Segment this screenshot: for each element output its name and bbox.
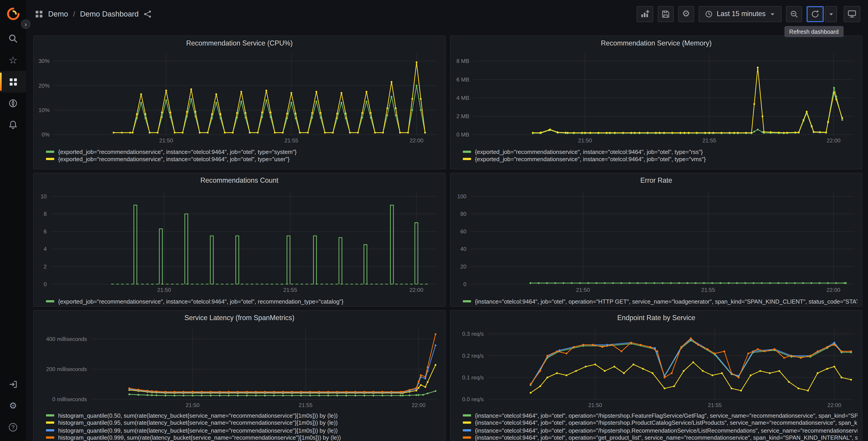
- panel-title[interactable]: Recommendations Count: [34, 173, 445, 188]
- svg-text:20: 20: [460, 264, 466, 270]
- svg-text:100: 100: [457, 193, 467, 200]
- legend-label: {exported_job="recommendationservice", i…: [58, 148, 297, 155]
- chart-canvas[interactable]: 0.0 req/s0.1 req/s0.2 req/s0.3 req/s21:5…: [454, 325, 859, 409]
- time-range-picker[interactable]: Last 15 minutes: [699, 6, 782, 22]
- sidebar: ☆ ⚙: [0, 0, 26, 441]
- chevron-down-icon: [770, 11, 776, 17]
- legend-item[interactable]: {instance="otelcol:9464", job="otel", op…: [463, 427, 857, 434]
- svg-text:8: 8: [44, 211, 47, 217]
- sidebar-item-dashboards[interactable]: [0, 71, 26, 92]
- chart-canvas[interactable]: 024681021:5021:5522:00: [37, 188, 442, 294]
- svg-text:0: 0: [463, 281, 467, 287]
- sidebar-item-help[interactable]: ?: [0, 416, 26, 438]
- panel-title[interactable]: Recommendation Service (CPU%): [34, 36, 445, 51]
- svg-text:22:00: 22:00: [827, 138, 840, 144]
- sidebar-item-explore[interactable]: [0, 93, 26, 114]
- panel-legend: {exported_job="recommendationservice", i…: [463, 148, 857, 163]
- sign-in-icon: [9, 380, 18, 388]
- svg-text:6 MB: 6 MB: [456, 77, 469, 83]
- sidebar-item-settings[interactable]: ⚙: [0, 395, 26, 416]
- svg-text:6: 6: [44, 229, 47, 235]
- svg-text:21:50: 21:50: [159, 138, 173, 144]
- chart-canvas[interactable]: 0 MB2 MB4 MB6 MB8 MB21:5021:5522:00: [454, 51, 859, 145]
- legend-label: histogram_quantile(0.95, sum(rate(latenc…: [58, 419, 338, 426]
- panel-error-rate: Error Rate 02040608010021:5021:5522:00 {…: [450, 173, 863, 307]
- legend-item[interactable]: {exported_job="recommendationservice", i…: [46, 148, 440, 155]
- sidebar-item-search[interactable]: [0, 28, 26, 49]
- panel-recommendation-memory: Recommendation Service (Memory) 0 MB2 MB…: [450, 35, 863, 170]
- clock-icon: [705, 10, 713, 18]
- svg-text:4: 4: [44, 246, 47, 252]
- legend-item[interactable]: {instance="otelcol:9464", job="otel", op…: [463, 434, 857, 441]
- svg-text:21:55: 21:55: [284, 138, 298, 144]
- svg-text:10%: 10%: [38, 107, 50, 113]
- grafana-logo-icon: [6, 6, 20, 21]
- panel-title[interactable]: Error Rate: [451, 173, 862, 188]
- panel-title[interactable]: Endpoint Rate by Service: [451, 311, 862, 325]
- add-panel-button[interactable]: [637, 6, 653, 22]
- breadcrumb-separator: /: [73, 10, 75, 18]
- legend-item[interactable]: histogram_quantile(0.50, sum(rate(latenc…: [46, 412, 440, 419]
- legend-item[interactable]: histogram_quantile(0.95, sum(rate(latenc…: [46, 419, 440, 427]
- sidebar-item-alerting[interactable]: [0, 114, 26, 136]
- breadcrumb-root-link[interactable]: Demo: [48, 10, 68, 18]
- tv-mode-button[interactable]: [843, 6, 860, 22]
- svg-text:0.0 req/s: 0.0 req/s: [462, 396, 484, 402]
- apps-grid-icon: [35, 10, 43, 18]
- legend-item[interactable]: histogram_quantile(0.999, sum(rate(laten…: [46, 434, 440, 441]
- svg-text:0 MB: 0 MB: [456, 131, 469, 138]
- sidebar-expand-button[interactable]: ›: [21, 20, 31, 29]
- dashboard-settings-button[interactable]: ⚙: [678, 6, 694, 22]
- legend-item[interactable]: {instance="otelcol:9464", job="otel", op…: [463, 297, 857, 305]
- panel-recommendations-count: Recommendations Count 024681021:5021:552…: [33, 173, 446, 307]
- legend-label: {exported_job="recommendationservice", i…: [475, 156, 706, 162]
- legend-swatch: [463, 414, 471, 416]
- search-icon: [8, 34, 18, 43]
- legend-swatch: [46, 158, 54, 160]
- svg-text:21:55: 21:55: [708, 402, 722, 408]
- svg-text:0.3 req/s: 0.3 req/s: [462, 331, 484, 337]
- legend-item[interactable]: {instance="otelcol:9464", job="otel", op…: [463, 412, 857, 419]
- legend-item[interactable]: {instance="otelcol:9464", job="otel", op…: [463, 419, 857, 427]
- legend-item[interactable]: {exported_job="recommendationservice", i…: [463, 148, 857, 155]
- share-icon[interactable]: [144, 10, 152, 18]
- svg-text:200 milliseconds: 200 milliseconds: [46, 366, 87, 372]
- svg-text:0%: 0%: [42, 131, 50, 138]
- chart-canvas[interactable]: 0%10%20%30%21:5021:5522:00: [37, 51, 442, 145]
- chart-canvas[interactable]: 02040608010021:5021:5522:00: [454, 188, 859, 294]
- legend-label: histogram_quantile(0.999, sum(rate(laten…: [58, 435, 341, 441]
- refresh-button[interactable]: [806, 6, 824, 22]
- save-icon: [661, 10, 670, 18]
- legend-swatch: [463, 300, 471, 302]
- legend-item[interactable]: {exported_job="recommendationservice", i…: [463, 155, 857, 163]
- save-dashboard-button[interactable]: [657, 6, 674, 22]
- zoom-out-button[interactable]: [786, 6, 802, 22]
- legend-item[interactable]: histogram_quantile(0.99, sum(rate(latenc…: [46, 427, 440, 434]
- bell-icon: [8, 120, 18, 130]
- panel-title[interactable]: Service Latency (from SpanMetrics): [34, 311, 445, 325]
- svg-text:21:55: 21:55: [299, 402, 312, 408]
- svg-text:0.2 req/s: 0.2 req/s: [462, 353, 484, 359]
- legend-swatch: [46, 429, 54, 431]
- svg-text:20%: 20%: [38, 83, 50, 89]
- sidebar-item-signin[interactable]: [0, 373, 26, 395]
- legend-swatch: [463, 421, 471, 424]
- legend-label: {instance="otelcol:9464", job="otel", op…: [475, 412, 857, 419]
- legend-label: histogram_quantile(0.99, sum(rate(latenc…: [58, 427, 338, 434]
- panel-legend: histogram_quantile(0.50, sum(rate(latenc…: [46, 412, 440, 441]
- svg-text:10: 10: [40, 193, 46, 200]
- svg-text:60: 60: [460, 229, 466, 235]
- legend-label: {exported_job="recommendationservice", i…: [475, 148, 703, 155]
- sidebar-item-starred[interactable]: ☆: [0, 49, 26, 71]
- legend-item[interactable]: {exported_job="recommendationservice", i…: [46, 297, 440, 305]
- chart-canvas[interactable]: 0 milliseconds200 milliseconds400 millis…: [37, 325, 442, 409]
- svg-text:80: 80: [460, 211, 466, 217]
- legend-item[interactable]: {exported_job="recommendationservice", i…: [46, 155, 440, 163]
- breadcrumb-current[interactable]: Demo Dashboard: [80, 10, 139, 18]
- panel-endpoint-rate: Endpoint Rate by Service 0.0 req/s0.1 re…: [450, 310, 863, 441]
- dashboards-grid-icon: [9, 77, 18, 86]
- refresh-interval-dropdown[interactable]: [825, 6, 837, 22]
- legend-label: {exported_job="recommendationservice", i…: [58, 298, 343, 304]
- monitor-icon: [847, 9, 856, 18]
- panel-title[interactable]: Recommendation Service (Memory): [451, 36, 862, 51]
